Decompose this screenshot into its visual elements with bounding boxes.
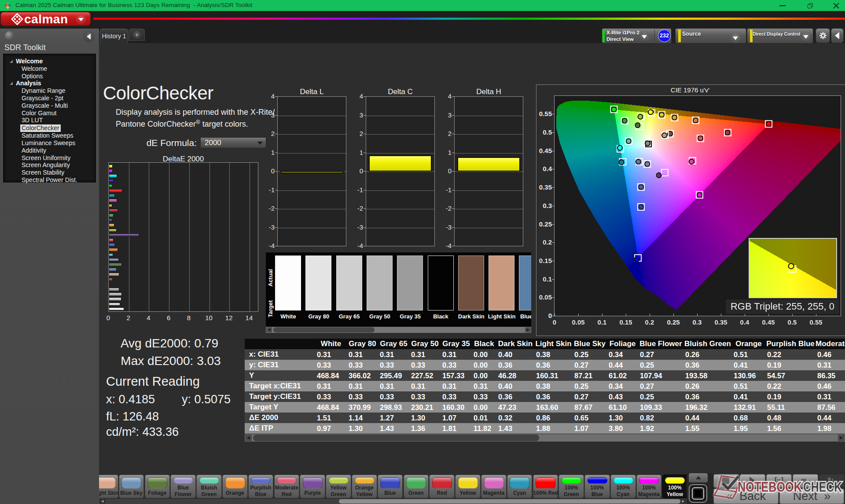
svg-text:CHECK: CHECK: [803, 479, 842, 495]
svg-text:NOTEBOOK: NOTEBOOK: [738, 479, 802, 495]
